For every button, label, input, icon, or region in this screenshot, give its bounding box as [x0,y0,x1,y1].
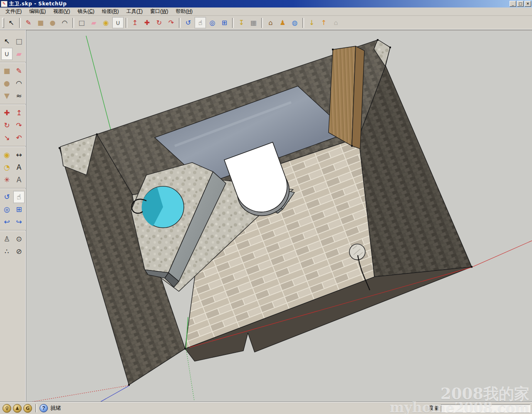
upload-model-icon: ↑ [321,20,327,26]
place-model-icon: ♟ [280,20,285,26]
make-component-button[interactable]: □ [76,17,87,28]
menu-item-r[interactable]: 绘图(R) [98,7,123,16]
toggle-terrain-button[interactable]: ▦ [248,17,259,28]
follow-me-button[interactable]: ↷ [13,119,25,131]
share-model-icon: ⌂ [268,20,272,26]
zoom-extents-button[interactable]: ⊞ [219,17,230,28]
status-bar: ♀♟G ? 就绪 度量 [0,402,532,414]
maximize-button[interactable]: □ [517,1,524,7]
walk-icon: ∴ [5,248,9,255]
pin-icon[interactable]: ♀ [2,404,11,413]
toolbar-separator [302,18,304,28]
paint-bucket-button[interactable]: ∪ [112,17,124,28]
upload-model-button[interactable]: ↑ [318,17,329,28]
close-button[interactable]: ✕ [525,1,531,7]
circle-button[interactable]: ● [1,77,12,89]
pan-icon: ☝ [17,193,21,201]
menu-item-t[interactable]: 工具(T) [123,7,146,16]
offset-button[interactable]: ↶ [13,132,25,144]
push-pull-button[interactable]: ↥ [129,17,141,28]
palette-row: ∴⊘ [0,245,26,258]
move-button[interactable]: ✚ [141,17,153,28]
section-plane-button[interactable]: ⊘ [13,245,25,258]
paint-bucket-button[interactable]: ∪ [1,48,12,60]
eraser-button[interactable]: ▰ [13,48,25,60]
circle-button[interactable]: ● [47,17,58,28]
menu-item-h[interactable]: 帮助(H) [172,7,196,16]
push-pull-button[interactable]: ↥ [13,107,25,119]
select-button[interactable]: ↖ [1,35,12,47]
get-models-button[interactable]: ↓ [306,17,317,28]
toolbar-grip[interactable] [2,18,4,28]
move-button[interactable]: ✚ [1,107,12,119]
google-earth-button[interactable]: ◍ [289,17,300,28]
line-button[interactable]: ✎ [13,65,25,77]
move-icon: ✚ [144,20,150,26]
freehand-button[interactable]: ≈ [13,90,25,102]
pan-button[interactable]: ☝ [195,17,206,28]
orbit-button[interactable]: ↺ [183,17,194,28]
dimension-button[interactable]: ↔ [13,149,25,161]
tape-measure-button[interactable]: ◉ [1,149,12,161]
zoom-extents-button[interactable]: ⊞ [13,203,25,216]
menu-item-f[interactable]: 文件(F) [2,7,25,16]
rectangle-button[interactable]: ■ [35,17,46,28]
arc-button[interactable]: ◠ [13,77,25,89]
zoom-next-button[interactable]: ↪ [13,216,25,228]
share-component-icon: ⌂ [334,20,338,26]
palette-section: ↖□∪▰ [0,34,26,62]
measure-input[interactable] [441,404,530,412]
palette-row: ✳A [0,174,26,186]
zoom-button[interactable]: ◎ [207,17,218,28]
line-icon: ✎ [16,67,22,74]
arc-icon: ◠ [62,20,68,26]
place-model-button[interactable]: ♟ [277,17,288,28]
look-around-icon: ⊙ [16,236,22,243]
polygon-button[interactable]: ▼ [1,90,12,102]
eraser-icon: ▰ [91,20,96,26]
follow-me-button[interactable]: ↷ [166,17,177,28]
text-3d-button[interactable]: A [13,174,25,186]
palette-row: ■✎ [0,65,26,77]
position-camera-button[interactable]: ♙ [1,233,12,245]
zoom-button[interactable]: ◎ [1,203,12,216]
make-component-icon: □ [79,20,85,26]
make-component-button[interactable]: □ [13,35,25,47]
menu-item-c[interactable]: 镜头(C) [74,7,98,16]
select-button[interactable]: ↖ [6,17,17,28]
minimize-button[interactable]: _ [510,1,516,7]
palette-row: ↩↪ [0,216,26,228]
protractor-button[interactable]: ◔ [1,161,12,174]
rotate-button[interactable]: ↻ [1,119,12,131]
main-toolbar: ↖✎■●◠□▰◉∪↥✚↻↷↺☝◎⊞↧▦⌂♟◍↓↑⌂ [0,16,532,30]
walk-button[interactable]: ∴ [1,245,12,258]
zoom-previous-button[interactable]: ↩ [1,216,12,228]
arc-button[interactable]: ◠ [59,17,70,28]
menu-item-w[interactable]: 窗口(W) [146,7,172,16]
text-button[interactable]: A [13,161,25,174]
look-around-button[interactable]: ⊙ [13,233,25,245]
palette-row: ↘↶ [0,132,26,144]
get-current-view-button[interactable]: ↧ [236,17,247,28]
menu-item-v[interactable]: 视图(V) [49,7,74,16]
orbit-button[interactable]: ↺ [1,191,12,203]
person-icon[interactable]: ♟ [13,404,22,413]
toolbar-separator [232,18,234,28]
share-model-button[interactable]: ⌂ [265,17,276,28]
scale-button[interactable]: ↘ [1,132,12,144]
viewport-canvas[interactable] [26,30,532,402]
line-button[interactable]: ✎ [23,17,34,28]
eraser-button[interactable]: ▰ [88,17,99,28]
axes-button[interactable]: ✳ [1,174,12,186]
arc-icon: ◠ [16,80,22,87]
share-component-button[interactable]: ⌂ [330,17,341,28]
help-icon[interactable]: ? [40,404,48,412]
tape-measure-button[interactable]: ◉ [100,17,111,28]
title-bar[interactable]: ✎ 主卫.skp - SketchUp _ □ ✕ [0,0,532,7]
menu-item-e[interactable]: 编辑(E) [25,7,49,16]
google-g-icon[interactable]: G [23,404,32,413]
rectangle-button[interactable]: ■ [1,65,12,77]
pan-icon: ☝ [198,20,203,26]
pan-button[interactable]: ☝ [13,191,25,203]
rotate-button[interactable]: ↻ [153,17,165,28]
